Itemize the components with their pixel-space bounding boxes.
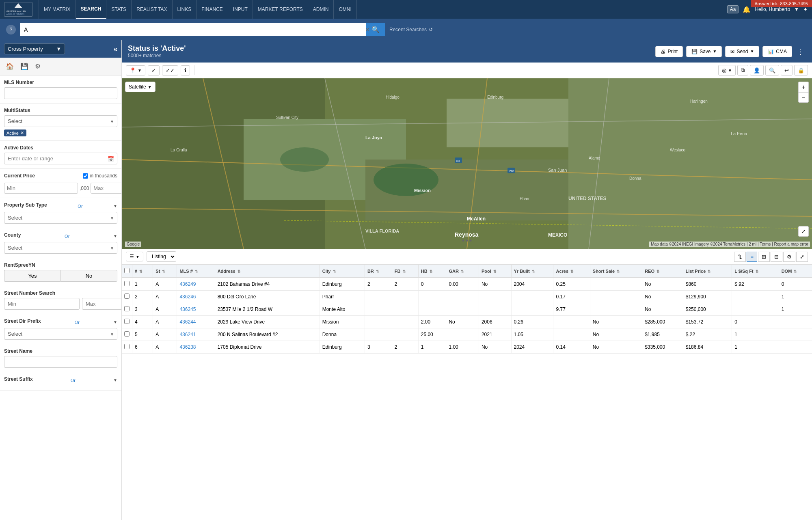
col-price-sqft[interactable]: L $/Sq Ft ⇅ xyxy=(732,265,779,278)
nav-links[interactable]: LINKS xyxy=(173,0,197,19)
mls-link[interactable]: 436244 xyxy=(179,319,196,325)
county-or[interactable]: Or xyxy=(65,234,69,239)
mls-link[interactable]: 436249 xyxy=(179,281,196,287)
col-st[interactable]: St ⇅ xyxy=(153,265,177,278)
street-name-input[interactable] xyxy=(4,356,117,368)
settings-tool-button[interactable]: ⚙ xyxy=(33,61,42,72)
sort-options-button[interactable]: ⇅ xyxy=(734,252,746,262)
map-checkall-button[interactable]: ✓✓ xyxy=(162,65,178,76)
no-button[interactable]: No xyxy=(60,270,117,282)
select-all-header[interactable] xyxy=(122,265,132,278)
map-circle-button[interactable]: ◎ ▼ xyxy=(718,65,736,76)
search-input[interactable] xyxy=(20,23,366,36)
col-city[interactable]: City ⇅ xyxy=(320,265,365,278)
send-button[interactable]: ✉ Send ▼ xyxy=(725,46,759,57)
calendar-icon[interactable]: 📅 xyxy=(108,155,114,162)
row-checkbox[interactable] xyxy=(124,344,130,349)
mls-link[interactable]: 436241 xyxy=(179,332,196,337)
notification-icon[interactable]: 🔔 xyxy=(743,6,751,13)
more-button[interactable]: ⋮ xyxy=(795,45,806,58)
active-dates-input[interactable] xyxy=(4,153,117,164)
col-br[interactable]: BR ⇅ xyxy=(365,265,392,278)
property-sub-type-arrow[interactable]: ▼ xyxy=(113,204,117,208)
street-number-min-input[interactable] xyxy=(4,298,80,310)
row-checkbox[interactable] xyxy=(124,293,130,299)
mls-number-input[interactable] xyxy=(4,87,117,99)
nav-search[interactable]: SEARCH xyxy=(76,0,107,19)
county-arrow[interactable]: ▼ xyxy=(113,234,117,238)
price-min-input[interactable] xyxy=(4,183,78,194)
list-view-button[interactable]: ≡ xyxy=(747,252,757,262)
nav-my-matrix[interactable]: MY MATRIX xyxy=(39,0,76,19)
row-checkbox[interactable] xyxy=(124,281,130,286)
col-short-sale[interactable]: Short Sale ⇅ xyxy=(590,265,642,278)
property-sub-type-or[interactable]: Or xyxy=(78,204,82,209)
listing-type-select[interactable]: Listing xyxy=(147,251,176,262)
save-button[interactable]: 💾 Save ▼ xyxy=(686,46,722,57)
grid-view-button[interactable]: ⊞ xyxy=(758,252,770,262)
nav-market-reports[interactable]: MARKET REPORTS xyxy=(253,0,308,19)
col-gar[interactable]: GAR ⇅ xyxy=(446,265,479,278)
in-thousands-checkbox[interactable] xyxy=(83,173,88,179)
property-sub-type-select[interactable]: Select xyxy=(4,212,117,224)
expand-view-button[interactable]: ⤢ xyxy=(796,252,808,262)
sidebar-collapse-button[interactable]: « xyxy=(114,45,117,53)
row-checkbox[interactable] xyxy=(124,306,130,311)
nav-admin[interactable]: ADMIN xyxy=(308,0,334,19)
search-clear-button[interactable]: ✕ xyxy=(365,26,370,33)
recent-searches[interactable]: Recent Searches ↺ xyxy=(389,27,433,32)
property-type-dropdown[interactable]: Cross Property ▼ xyxy=(4,43,65,54)
col-address[interactable]: Address ⇅ xyxy=(215,265,320,278)
col-mls[interactable]: MLS # ⇅ xyxy=(177,265,215,278)
col-pool[interactable]: Pool ⇅ xyxy=(479,265,511,278)
map-location-button[interactable]: 📍 ▼ xyxy=(126,65,145,76)
active-tag-remove[interactable]: ✕ xyxy=(20,130,24,136)
col-fb[interactable]: FB ⇅ xyxy=(392,265,418,278)
select-all-checkbox[interactable] xyxy=(124,268,130,273)
street-dir-select[interactable]: Select xyxy=(4,328,117,340)
street-dir-arrow[interactable]: ▼ xyxy=(113,320,117,324)
zoom-out-button[interactable]: − xyxy=(798,92,809,103)
nav-input[interactable]: INPUT xyxy=(228,0,253,19)
help-button[interactable]: ? xyxy=(6,25,16,35)
satellite-view-button[interactable]: Satellite ▼ xyxy=(125,82,155,92)
map-search-button[interactable]: 🔍 xyxy=(765,65,779,76)
map-expand-button[interactable]: ⤢ xyxy=(798,226,809,237)
row-checkbox[interactable] xyxy=(124,331,130,337)
nav-omni[interactable]: OMNI xyxy=(334,0,356,19)
settings-view-button[interactable]: ⚙ xyxy=(783,252,795,262)
col-list-price[interactable]: List Price ⇅ xyxy=(683,265,732,278)
zoom-in-button[interactable]: + xyxy=(798,82,809,92)
row-checkbox[interactable] xyxy=(124,319,130,324)
cma-button[interactable]: 📊 CMA xyxy=(762,46,792,57)
col-acres[interactable]: Acres ⇅ xyxy=(553,265,590,278)
street-dir-or[interactable]: Or xyxy=(75,320,80,325)
multi-status-select[interactable]: Select xyxy=(4,115,117,127)
street-suffix-arrow[interactable]: ▼ xyxy=(113,378,117,382)
card-view-button[interactable]: ⊟ xyxy=(771,252,782,262)
accessibility-btn[interactable]: Aa xyxy=(727,5,739,13)
map-undo-button[interactable]: ↩ xyxy=(781,65,793,76)
col-reo[interactable]: REO ⇅ xyxy=(642,265,683,278)
price-max-input[interactable] xyxy=(91,183,122,194)
home-tool-button[interactable]: 🏠 xyxy=(4,61,15,72)
col-yr-built[interactable]: Yr Built ⇅ xyxy=(511,265,553,278)
results-list-select-button[interactable]: ☰ ▼ xyxy=(126,252,143,261)
map-person-button[interactable]: 👤 xyxy=(750,65,764,76)
map-layers-button[interactable]: ⧉ xyxy=(737,65,748,76)
mls-link[interactable]: 436238 xyxy=(179,344,196,350)
nav-realist-tax[interactable]: REALIST TAX xyxy=(132,0,172,19)
map-lock-button[interactable]: 🔒 xyxy=(794,65,808,76)
col-hb[interactable]: HB ⇅ xyxy=(418,265,446,278)
save-tool-button[interactable]: 💾 xyxy=(19,61,30,72)
map-info-button[interactable]: ℹ xyxy=(181,65,190,76)
col-dom[interactable]: DOM ⇅ xyxy=(779,265,812,278)
street-number-max-input[interactable] xyxy=(82,298,122,310)
map-check-button[interactable]: ✓ xyxy=(148,65,160,76)
mls-link[interactable]: 436245 xyxy=(179,306,196,312)
street-suffix-or[interactable]: Or xyxy=(71,378,76,383)
print-button[interactable]: 🖨 Print xyxy=(655,46,683,57)
col-num[interactable]: # ⇅ xyxy=(132,265,153,278)
yes-button[interactable]: Yes xyxy=(4,270,60,282)
county-select[interactable]: Select xyxy=(4,242,117,254)
